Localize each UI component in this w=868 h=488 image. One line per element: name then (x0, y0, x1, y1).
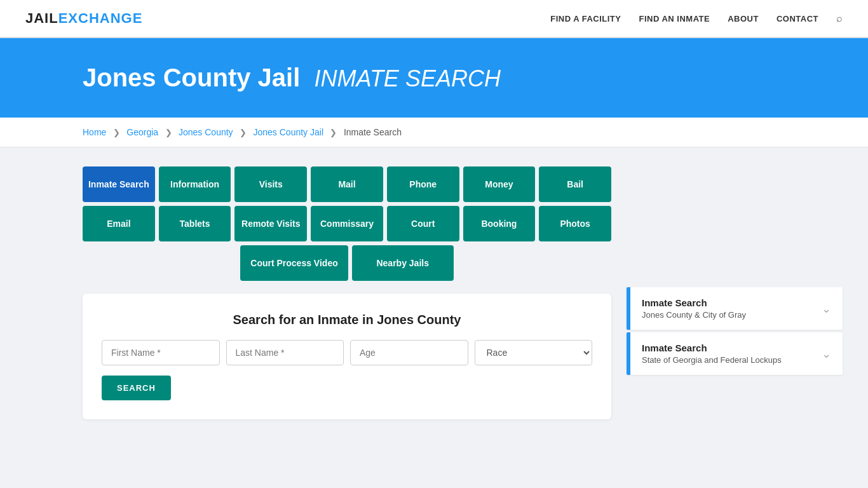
nav-link-facility[interactable]: FIND A FACILITY (550, 14, 621, 24)
breadcrumb-sep-2: ❯ (165, 128, 172, 137)
left-column: Inmate Search Information Visits Mail Ph… (83, 166, 611, 419)
age-input[interactable] (350, 340, 468, 365)
first-name-input[interactable] (102, 340, 220, 365)
tabs-row1: Inmate Search Information Visits Mail Ph… (83, 166, 611, 202)
right-sidebar: Inmate Search Jones County & City of Gra… (627, 287, 843, 375)
hero-title-sub: INMATE SEARCH (315, 65, 501, 92)
page-title: Jones County Jail INMATE SEARCH (83, 64, 843, 92)
tab-visits[interactable]: Visits (234, 166, 307, 202)
last-name-input[interactable] (226, 340, 344, 365)
search-form-title: Search for an Inmate in Jones County (102, 313, 592, 327)
tab-nearby-jails[interactable]: Nearby Jails (352, 245, 454, 281)
breadcrumb-current: Inmate Search (344, 127, 402, 137)
sidebar-card-georgia-text: Inmate Search State of Georgia and Feder… (642, 342, 782, 365)
tab-photos[interactable]: Photos (539, 206, 611, 241)
breadcrumb-sep-4: ❯ (330, 128, 337, 137)
hero-title-main: Jones County Jail (83, 64, 300, 92)
tab-booking[interactable]: Booking (463, 206, 536, 241)
tab-email[interactable]: Email (83, 206, 155, 241)
nav-link-inmate[interactable]: FIND AN INMATE (639, 14, 710, 24)
sidebar-card-jones-county[interactable]: Inmate Search Jones County & City of Gra… (627, 287, 843, 330)
breadcrumb-jones-county-jail[interactable]: Jones County Jail (254, 127, 324, 137)
nav-item-about[interactable]: ABOUT (728, 13, 759, 24)
sidebar-card-georgia-subtitle: State of Georgia and Federal Lockups (642, 355, 782, 365)
form-row-inputs: Race White Black Hispanic Asian Other (102, 340, 592, 365)
nav-item-inmate[interactable]: FIND AN INMATE (639, 13, 710, 24)
logo-jail: JAIL (25, 10, 58, 26)
chevron-down-icon-2: ⌄ (822, 347, 831, 361)
tab-tablets[interactable]: Tablets (159, 206, 231, 241)
nav-item-contact[interactable]: CONTACT (776, 13, 818, 24)
nav-item-facility[interactable]: FIND A FACILITY (550, 13, 621, 24)
sidebar-card-jones-title: Inmate Search (642, 297, 746, 308)
nav-links: FIND A FACILITY FIND AN INMATE ABOUT CON… (550, 13, 843, 24)
sidebar-card-georgia[interactable]: Inmate Search State of Georgia and Feder… (627, 332, 843, 375)
sidebar-card-jones-subtitle: Jones County & City of Gray (642, 310, 746, 320)
breadcrumb-sep-3: ❯ (240, 128, 247, 137)
nav-link-contact[interactable]: CONTACT (776, 14, 818, 24)
hero-section: Jones County Jail INMATE SEARCH (0, 38, 868, 118)
nav-search-icon-item[interactable]: ⌕ (836, 13, 843, 24)
tab-commissary[interactable]: Commissary (311, 206, 383, 241)
nav-link-about[interactable]: ABOUT (728, 14, 759, 24)
breadcrumb-sep-1: ❯ (113, 128, 120, 137)
tab-information[interactable]: Information (159, 166, 231, 202)
breadcrumb-jones-county[interactable]: Jones County (179, 127, 233, 137)
breadcrumb-home[interactable]: Home (83, 127, 106, 137)
breadcrumb-georgia[interactable]: Georgia (126, 127, 158, 137)
logo[interactable]: JAILEXCHANGE (25, 10, 142, 27)
tab-money[interactable]: Money (463, 166, 536, 202)
search-button[interactable]: SEARCH (102, 376, 171, 400)
search-icon[interactable]: ⌕ (836, 13, 843, 24)
breadcrumb: Home ❯ Georgia ❯ Jones County ❯ Jones Co… (0, 118, 868, 147)
tab-inmate-search[interactable]: Inmate Search (83, 166, 155, 202)
tabs-row3: Court Process Video Nearby Jails (83, 245, 611, 281)
tab-court[interactable]: Court (387, 206, 459, 241)
race-select[interactable]: Race White Black Hispanic Asian Other (475, 340, 593, 365)
sidebar-card-jones-text: Inmate Search Jones County & City of Gra… (642, 297, 746, 320)
search-form-box: Search for an Inmate in Jones County Rac… (83, 294, 611, 419)
navbar: JAILEXCHANGE FIND A FACILITY FIND AN INM… (0, 0, 868, 38)
tab-phone[interactable]: Phone (387, 166, 459, 202)
tab-mail[interactable]: Mail (311, 166, 383, 202)
chevron-down-icon: ⌄ (822, 302, 831, 316)
main-content: Inmate Search Information Visits Mail Ph… (0, 147, 868, 438)
tab-court-process-video[interactable]: Court Process Video (240, 245, 348, 281)
tabs-row2: Email Tablets Remote Visits Commissary C… (83, 206, 611, 241)
tab-remote-visits[interactable]: Remote Visits (234, 206, 307, 241)
sidebar-card-georgia-title: Inmate Search (642, 342, 782, 353)
logo-exchange: EXCHANGE (58, 10, 143, 26)
tab-bail[interactable]: Bail (539, 166, 611, 202)
